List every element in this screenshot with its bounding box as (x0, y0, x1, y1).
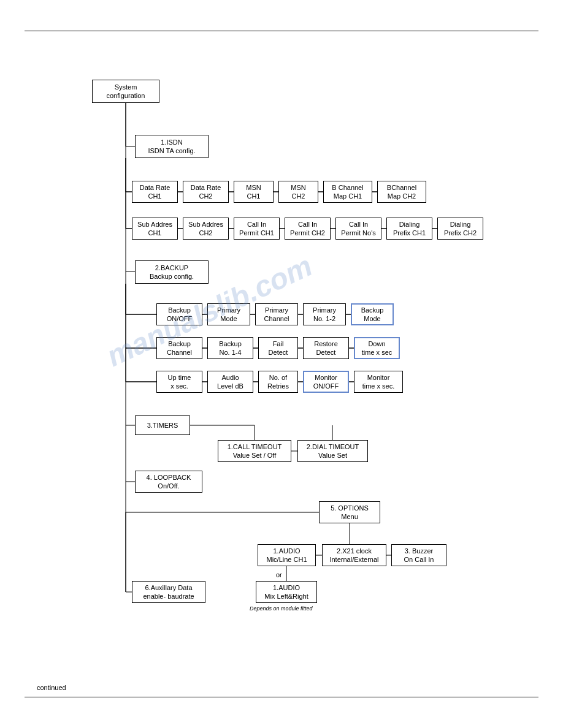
fail-detect-label: FailDetect (269, 339, 288, 357)
dialing-prefix-ch1-label: DialingPrefix CH1 (393, 220, 426, 238)
primary-no-12-label: PrimaryNo. 1-2 (313, 306, 336, 324)
up-time-label: Up timex sec. (168, 373, 191, 391)
bchannel-map-ch2-box: BChannelMap CH2 (377, 181, 426, 203)
backup-mode-label: BackupMode (361, 306, 384, 324)
bchannel-map-ch2-label: BChannelMap CH2 (387, 183, 416, 201)
call-in-permit-nos-box: Call InPermit No's (335, 218, 381, 240)
up-time-box: Up timex sec. (156, 371, 202, 393)
msn-ch1-label: MSNCH1 (246, 183, 261, 201)
data-rate-ch1-label: Data RateCH1 (140, 183, 170, 201)
audio-mic-line-label: 1.AUDIOMic/Line CH1 (266, 547, 307, 564)
call-in-permit-ch2-box: Call InPermit CH2 (285, 218, 331, 240)
timers-label: 3.TIMERS (147, 421, 178, 430)
depends-text: Depends on module fitted (250, 605, 313, 612)
data-rate-ch2-label: Data RateCH2 (191, 183, 221, 201)
aux-data-box: 6.Auxillary Dataenable- baudrate (132, 581, 205, 603)
buzzer-on-call-in-label: 3. BuzzerOn Call In (404, 547, 434, 564)
system-config-box: System configuration (92, 80, 159, 103)
continued-text: continued (37, 684, 66, 691)
system-config-label: System configuration (95, 83, 156, 100)
primary-mode-box: PrimaryMode (207, 303, 250, 325)
aux-data-label: 6.Auxillary Dataenable- baudrate (143, 583, 194, 601)
sub-address-ch1-box: Sub AddresCH1 (132, 218, 178, 240)
monitor-time-box: Monitortime x sec. (354, 371, 403, 393)
options-label: 5. OPTIONSMenu (331, 504, 369, 521)
dialing-prefix-ch2-label: DialingPrefix CH2 (444, 220, 477, 238)
b-channel-map-ch1-label: B ChannelMap CH1 (332, 183, 363, 201)
monitor-onoff-label: MonitorON/OFF (313, 373, 339, 391)
isdn-box: 1.ISDNISDN TA config. (135, 135, 209, 158)
call-timeout-label: 1.CALL TIMEOUTValue Set / Off (228, 442, 282, 460)
msn-ch1-box: MSNCH1 (234, 181, 274, 203)
dial-timeout-box: 2.DIAL TIMEOUTValue Set (297, 440, 368, 462)
dial-timeout-label: 2.DIAL TIMEOUTValue Set (307, 442, 359, 460)
primary-channel-label: PrimaryChannel (264, 306, 289, 324)
top-border (25, 31, 538, 31)
audio-level-db-box: AudioLevel dB (207, 371, 253, 393)
call-in-permit-ch2-label: Call InPermit CH2 (290, 220, 325, 238)
timers-box: 3.TIMERS (135, 415, 190, 435)
backup-no-14-box: BackupNo. 1-4 (207, 337, 253, 359)
msn-ch2-box: MSNCH2 (278, 181, 318, 203)
sub-address-ch2-label: Sub AddresCH2 (188, 220, 223, 238)
fail-detect-box: FailDetect (258, 337, 298, 359)
backup-no-14-label: BackupNo. 1-4 (219, 339, 242, 357)
backup-box: 2.BACKUPBackup config. (135, 260, 209, 284)
backup-onoff-box: BackupON/OFF (156, 303, 202, 325)
diagram-container: System configuration 1.ISDNISDN TA confi… (37, 49, 540, 692)
audio-mic-line-box: 1.AUDIOMic/Line CH1 (258, 544, 316, 566)
data-rate-ch2-box: Data RateCH2 (183, 181, 229, 203)
primary-no-12-box: PrimaryNo. 1-2 (303, 303, 346, 325)
primary-mode-label: PrimaryMode (217, 306, 240, 324)
restore-detect-label: RestoreDetect (314, 339, 338, 357)
backup-label: 2.BACKUPBackup config. (150, 264, 194, 281)
options-box: 5. OPTIONSMenu (319, 501, 380, 523)
loopback-box: 4. LOOPBACKOn/Off. (135, 471, 202, 493)
call-timeout-box: 1.CALL TIMEOUTValue Set / Off (218, 440, 291, 462)
b-channel-map-ch1-box: B ChannelMap CH1 (323, 181, 372, 203)
no-of-retries-box: No. ofRetries (258, 371, 298, 393)
or-label: or (276, 571, 282, 578)
monitor-onoff-box: MonitorON/OFF (303, 371, 349, 393)
data-rate-ch1-box: Data RateCH1 (132, 181, 178, 203)
backup-channel-box: BackupChannel (156, 337, 202, 359)
backup-onoff-label: BackupON/OFF (167, 306, 193, 324)
page: System configuration 1.ISDNISDN TA confi… (0, 0, 563, 728)
primary-channel-box: PrimaryChannel (255, 303, 298, 325)
isdn-label: 1.ISDNISDN TA config. (148, 138, 195, 156)
sub-address-ch1-label: Sub AddresCH1 (137, 220, 172, 238)
call-in-permit-nos-label: Call InPermit No's (341, 220, 376, 238)
no-of-retries-label: No. ofRetries (267, 373, 289, 391)
buzzer-on-call-in-box: 3. BuzzerOn Call In (391, 544, 446, 566)
backup-channel-label: BackupChannel (167, 339, 192, 357)
call-in-permit-ch1-label: Call InPermit CH1 (239, 220, 274, 238)
restore-detect-box: RestoreDetect (303, 337, 349, 359)
audio-mix-box: 1.AUDIOMix Left&Right (256, 581, 317, 603)
x21-clock-box: 2.X21 clockInternal/External (322, 544, 386, 566)
call-in-permit-ch1-box: Call InPermit CH1 (234, 218, 280, 240)
audio-mix-label: 1.AUDIOMix Left&Right (264, 583, 308, 601)
loopback-label: 4. LOOPBACKOn/Off. (147, 473, 191, 491)
monitor-time-label: Monitortime x sec. (362, 373, 395, 391)
audio-level-db-label: AudioLevel dB (217, 373, 243, 391)
msn-ch2-label: MSNCH2 (291, 183, 305, 201)
bottom-border (25, 697, 538, 697)
backup-mode-box: BackupMode (351, 303, 394, 325)
dialing-prefix-ch2-box: DialingPrefix CH2 (437, 218, 483, 240)
x21-clock-label: 2.X21 clockInternal/External (329, 547, 378, 564)
down-time-box: Downtime x sec (354, 337, 400, 359)
down-time-label: Downtime x sec (362, 339, 393, 357)
dialing-prefix-ch1-box: DialingPrefix CH1 (386, 218, 432, 240)
sub-address-ch2-box: Sub AddresCH2 (183, 218, 229, 240)
